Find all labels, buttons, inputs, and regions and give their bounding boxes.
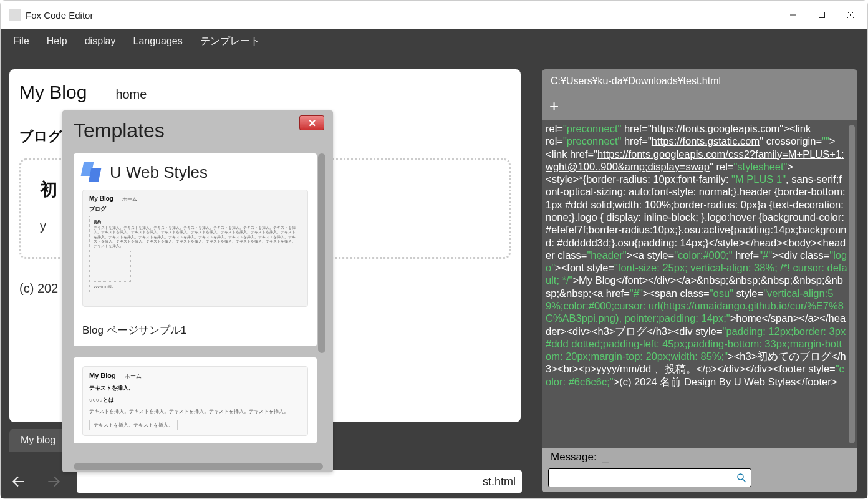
minimize-button[interactable] bbox=[779, 1, 808, 29]
menu-languages[interactable]: Languages bbox=[125, 29, 191, 53]
templates-horizontal-scrollbar[interactable] bbox=[74, 463, 323, 470]
code-panel: C:¥Users¥ku-da¥Downloads¥test.html + rel… bbox=[542, 69, 857, 492]
templates-dialog: ✕ Templates U Web Styles My Blogホーム ブログ bbox=[62, 110, 333, 472]
menu-file[interactable]: File bbox=[4, 29, 38, 53]
svg-point-4 bbox=[738, 474, 743, 480]
find-row bbox=[542, 466, 857, 492]
dialog-title: Templates bbox=[74, 119, 326, 142]
document-tab[interactable]: My blog bbox=[9, 429, 67, 452]
svg-line-5 bbox=[743, 479, 746, 482]
menu-display[interactable]: display bbox=[76, 29, 125, 53]
path-visible-text: st.html bbox=[483, 475, 516, 488]
menu-templates[interactable]: テンプレート bbox=[191, 29, 269, 53]
code-editor[interactable]: rel="preconnect" href="https://fonts.goo… bbox=[542, 120, 857, 448]
menubar: File Help display Languages テンプレート bbox=[1, 29, 867, 53]
preview-nav-home[interactable]: home bbox=[115, 87, 147, 102]
menu-help[interactable]: Help bbox=[38, 29, 76, 53]
document-tabstrip: My blog bbox=[9, 429, 67, 452]
template-thumbnail-2: My Blogホーム テキストを挿入。 ○○○○とは テキストを挿入。テキストを… bbox=[82, 366, 308, 436]
template-brand: U Web Styles bbox=[82, 162, 308, 182]
template-card-2[interactable]: My Blogホーム テキストを挿入。 ○○○○とは テキストを挿入。テキストを… bbox=[74, 357, 317, 443]
forward-button[interactable] bbox=[42, 470, 65, 493]
titlebar: Fox Code Editor bbox=[1, 1, 867, 29]
window-title: Fox Code Editor bbox=[26, 10, 93, 21]
back-button[interactable] bbox=[7, 470, 31, 493]
search-icon bbox=[736, 472, 747, 483]
code-vertical-scrollbar[interactable] bbox=[849, 125, 855, 443]
brand-logo-icon bbox=[82, 162, 102, 182]
template-thumbnail-1: My Blogホーム ブログ 要約 テキストを挿入。テキストを挿入。テキストを挿… bbox=[82, 190, 308, 307]
file-path-tab[interactable]: C:¥Users¥ku-da¥Downloads¥test.html bbox=[542, 69, 857, 93]
find-input[interactable] bbox=[548, 468, 751, 487]
close-button[interactable] bbox=[836, 1, 865, 29]
work-area: My Blog home ブログ 初 y (c) 202 My blog st.… bbox=[1, 53, 867, 498]
preview-blog-title: My Blog bbox=[19, 82, 87, 103]
maximize-button[interactable] bbox=[808, 1, 836, 29]
plus-icon: + bbox=[549, 97, 559, 115]
dialog-close-button[interactable]: ✕ bbox=[299, 115, 324, 130]
right-scrollbar-gutter[interactable] bbox=[857, 53, 867, 498]
app-icon bbox=[9, 9, 21, 21]
template-card-1-label: Blog ページサンプル1 bbox=[74, 314, 317, 346]
message-label: Message: _ bbox=[542, 448, 857, 466]
svg-rect-1 bbox=[819, 12, 825, 18]
path-input[interactable]: st.html bbox=[77, 470, 522, 493]
app-window: Fox Code Editor File Help display Langua… bbox=[0, 0, 868, 499]
template-card-1[interactable]: U Web Styles My Blogホーム ブログ 要約 テキストを挿入。テ… bbox=[74, 153, 317, 346]
templates-vertical-scrollbar[interactable] bbox=[318, 153, 326, 353]
add-tab-button[interactable]: + bbox=[542, 93, 857, 120]
